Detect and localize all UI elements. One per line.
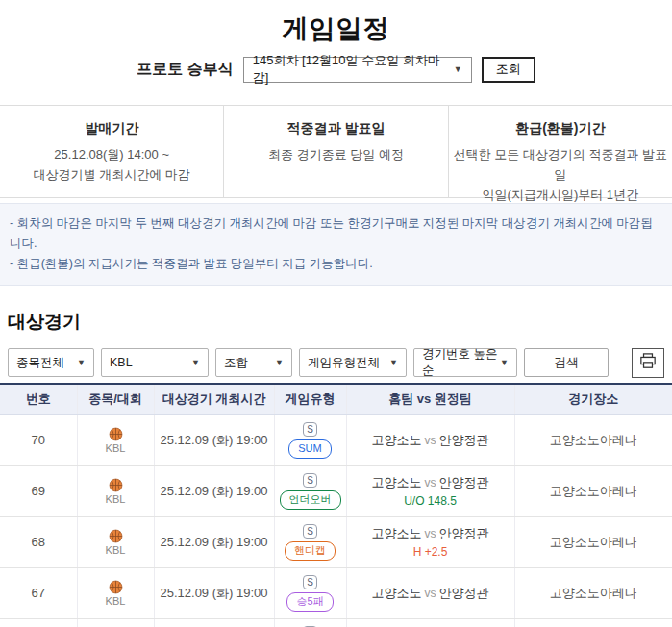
filter-dropdown[interactable]: 게임유형전체 ▼ [299, 348, 407, 377]
info-title: 발매기간 [0, 120, 223, 138]
game-number: 66 [0, 618, 77, 627]
game-type-badge: SUM [288, 439, 331, 459]
game-datetime: 25.12.09 (화) 19:00 [154, 567, 274, 618]
basketball-icon [109, 579, 123, 593]
venue-cell: 고양소노아레나 [514, 414, 672, 465]
filter-dropdown[interactable]: 조합 ▼ [215, 348, 292, 377]
table-row: 70 KBL 25.12.09 (화) 19:00 S SUM 고양소노vs안양… [0, 414, 672, 465]
teams-cell: 고양소노vs안양정관 [346, 618, 514, 627]
venue-cell: 고양소노아레나 [514, 618, 672, 627]
single-mark-icon: S [303, 575, 317, 589]
venue-cell: 고양소노아레나 [514, 567, 672, 618]
basketball-icon [109, 477, 123, 491]
info-line: 25.12.08(월) 14:00 ~ [0, 144, 223, 164]
game-type-badge: 승5패 [286, 592, 333, 612]
column-header: 게임유형 [274, 384, 346, 414]
league-label: KBL [78, 493, 154, 505]
round-select[interactable]: 145회차 [12월10일 수요일 회차마감] ▼ [243, 57, 472, 83]
teams-cell: 고양소노vs안양정관 U/O 148.5 [346, 465, 514, 516]
teams-line: 고양소노vs안양정관 [347, 474, 514, 491]
game-number: 70 [0, 414, 77, 465]
filter-dropdown[interactable]: KBL ▼ [101, 348, 209, 377]
game-datetime: 25.12.09 (화) 19:00 [154, 414, 274, 465]
chevron-down-icon: ▼ [454, 65, 462, 74]
home-team: 고양소노 [372, 475, 422, 489]
query-button[interactable]: 조회 [482, 57, 535, 83]
filter-dropdown[interactable]: 종목전체 ▼ [8, 348, 94, 377]
home-team: 고양소노 [372, 433, 422, 447]
filter-dropdown-value: KBL [110, 356, 133, 369]
game-number: 68 [0, 516, 77, 567]
venue-cell: 고양소노아레나 [514, 465, 672, 516]
vs-label: vs [422, 476, 439, 489]
round-select-value: 145회차 [12월10일 수요일 회차마감] [253, 52, 454, 87]
target-games-title: 대상경기 [8, 310, 672, 335]
teams-line: 고양소노vs안양정관 [347, 585, 514, 602]
game-type-badge: 핸디캡 [285, 541, 336, 561]
league-label: KBL [78, 442, 154, 454]
game-type-badge: 언더오버 [280, 490, 341, 510]
table-row: 67 KBL 25.12.09 (화) 19:00 S 승5패 고양소노vs안양… [0, 567, 672, 618]
away-team: 안양정관 [439, 433, 489, 447]
sport-cell: KBL [77, 567, 154, 618]
teams-line: 고양소노vs안양정관 [347, 432, 514, 449]
single-mark-icon: S [303, 524, 317, 539]
game-type-cell: S 핸디캡 [274, 516, 346, 567]
info-col-result-date: 적중결과 발표일 최종 경기종료 당일 예정 [223, 106, 447, 197]
chevron-down-icon: ▼ [275, 359, 284, 367]
table-row: 66 KBL 25.12.09 (화) 19:00 S 일반 고양소노vs안양정… [0, 618, 672, 627]
away-team: 안양정관 [439, 586, 489, 600]
column-header: 홈팀 vs 원정팀 [346, 384, 514, 414]
home-team: 고양소노 [372, 586, 422, 600]
round-selector-label: 프로토 승부식 [137, 60, 233, 80]
info-col-sale-period: 발매기간 25.12.08(월) 14:00 ~ 대상경기별 개최시간에 마감 [0, 106, 223, 197]
table-row: 68 KBL 25.12.09 (화) 19:00 S 핸디캡 고양소노vs안양… [0, 516, 672, 567]
print-button[interactable] [632, 348, 664, 378]
table-row: 69 KBL 25.12.09 (화) 19:00 S 언더오버 고양소노vs안… [0, 465, 672, 516]
filter-dropdown-value: 경기번호 높은순 [422, 346, 500, 379]
league-label: KBL [78, 544, 154, 556]
page-title: 게임일정 [0, 12, 672, 46]
notes-box: - 회차의 마감은 마지막 두 번째 대상경기 개최시간에 마감 또는 한경기구… [0, 203, 672, 286]
filter-dropdown[interactable]: 경기번호 높은순 ▼ [413, 348, 517, 377]
info-line: 익일(지급개시일)부터 1년간 [449, 185, 672, 205]
home-team: 고양소노 [372, 526, 422, 540]
single-mark-icon: S [303, 473, 317, 488]
sport-cell: KBL [77, 516, 154, 567]
chevron-down-icon: ▼ [191, 359, 200, 367]
note-line: - 회차의 마감은 마지막 두 번째 대상경기 개최시간에 마감 또는 한경기구… [10, 213, 662, 254]
chevron-down-icon: ▼ [389, 359, 398, 367]
game-datetime: 25.12.09 (화) 19:00 [154, 465, 274, 516]
note-line: - 환급(환불)의 지급시기는 적중결과 발표 당일부터 지급 가능합니다. [10, 254, 662, 274]
basketball-icon [109, 426, 123, 440]
game-type-cell: S 승5패 [274, 567, 346, 618]
game-type-cell: S 언더오버 [274, 465, 346, 516]
vs-label: vs [422, 587, 439, 600]
teams-cell: 고양소노vs안양정관 [346, 414, 514, 465]
filter-dropdown-value: 조합 [224, 355, 248, 371]
away-team: 안양정관 [439, 475, 489, 489]
teams-cell: 고양소노vs안양정관 [346, 567, 514, 618]
teams-line: 고양소노vs안양정관 [347, 525, 514, 542]
info-line: 최종 경기종료 당일 예정 [224, 144, 447, 164]
info-line: 대상경기별 개최시간에 마감 [0, 164, 223, 185]
printer-icon [639, 353, 657, 372]
game-number: 69 [0, 465, 77, 516]
game-type-cell: S SUM [274, 414, 346, 465]
away-team: 안양정관 [439, 526, 489, 540]
games-table: 번호종목/대회대상경기 개최시간게임유형홈팀 vs 원정팀경기장소 70 KBL… [0, 383, 672, 627]
search-button[interactable]: 검색 [524, 348, 609, 377]
info-col-refund-period: 환급(환불)기간 선택한 모든 대상경기의 적중결과 발표일 익일(지급개시일)… [448, 106, 672, 197]
basketball-icon [109, 528, 123, 542]
sport-cell: KBL [77, 618, 154, 627]
info-line: 선택한 모든 대상경기의 적중결과 발표일 [449, 144, 672, 185]
info-title: 환급(환불)기간 [449, 120, 672, 138]
league-label: KBL [78, 595, 154, 607]
chevron-down-icon: ▼ [77, 359, 86, 367]
filter-dropdown-value: 종목전체 [16, 355, 64, 371]
column-header: 경기장소 [514, 384, 672, 414]
chevron-down-icon: ▼ [500, 359, 509, 367]
column-header: 대상경기 개최시간 [154, 384, 274, 414]
filter-dropdown-value: 게임유형전체 [308, 355, 380, 371]
game-type-value: U/O 148.5 [347, 494, 514, 508]
